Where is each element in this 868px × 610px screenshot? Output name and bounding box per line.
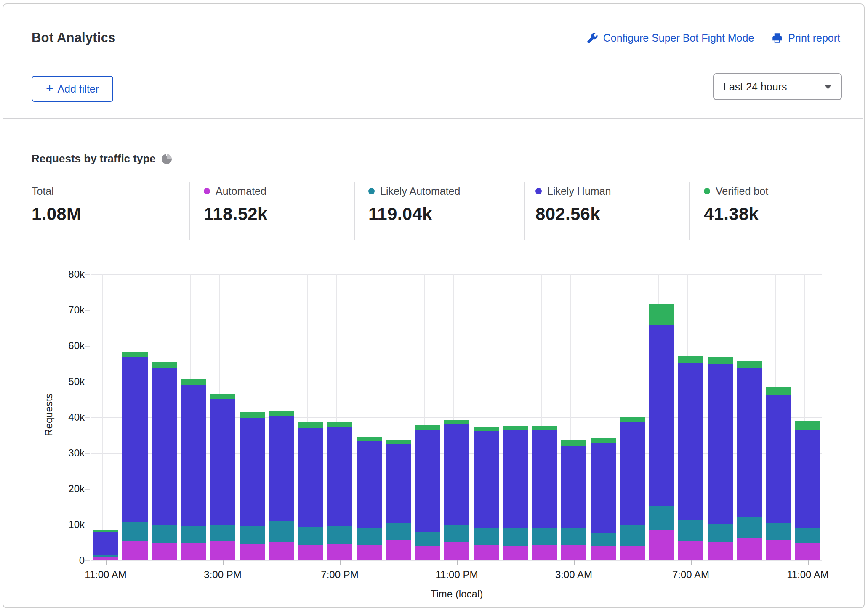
bar-segment-likely-human [386, 444, 411, 523]
y-axis-label: 80k [47, 268, 85, 280]
bar-stack[interactable] [766, 387, 791, 560]
bar-stack[interactable] [181, 379, 206, 560]
bar-segment-likely-automated [240, 526, 265, 544]
bar-stack[interactable] [386, 440, 411, 560]
bar-stack[interactable] [240, 412, 265, 560]
bar-stack[interactable] [795, 421, 820, 560]
bar-segment-likely-automated [649, 506, 674, 530]
bar-segment-likely-human [561, 446, 586, 528]
bar-stack[interactable] [678, 356, 703, 560]
configure-sbfm-label: Configure Super Bot Fight Mode [603, 32, 754, 44]
bar-stack[interactable] [152, 362, 177, 560]
bar-stack[interactable] [415, 425, 440, 560]
bar-stack[interactable] [210, 394, 235, 560]
bar-stack[interactable] [737, 361, 762, 560]
x-axis-label: 11:00 AM [761, 569, 854, 581]
header-divider [3, 118, 863, 119]
bar-segment-verified-bot [678, 356, 703, 363]
bar-segment-automated [122, 541, 148, 560]
bar-stack[interactable] [591, 438, 616, 560]
bar-segment-automated [503, 546, 528, 560]
bar-stack[interactable] [444, 420, 469, 560]
bar-segment-verified-bot [708, 357, 733, 364]
y-tick [85, 417, 90, 418]
time-range-dropdown[interactable]: Last 24 hours [713, 73, 842, 100]
y-tick [85, 274, 90, 275]
bar-stack[interactable] [93, 530, 118, 560]
bar-stack[interactable] [532, 426, 557, 560]
bar-segment-likely-human [591, 443, 616, 533]
bar-segment-likely-human [649, 325, 674, 506]
h-gridline [91, 560, 822, 561]
plus-icon: + [46, 82, 53, 95]
stat-verified-bot: Verified bot 41.38k [704, 185, 768, 224]
bar-segment-verified-bot [269, 411, 294, 416]
bar-segment-likely-automated [532, 528, 557, 545]
y-axis-label: 50k [47, 376, 85, 387]
bar-segment-automated [327, 544, 352, 560]
bar-segment-likely-human [737, 368, 762, 517]
bar-segment-automated [269, 542, 294, 560]
h-gridline [91, 346, 822, 346]
bar-segment-verified-bot [561, 440, 586, 446]
bar-stack[interactable] [649, 304, 674, 560]
x-axis-label: 11:00 PM [410, 569, 503, 581]
bar-segment-verified-bot [620, 417, 645, 422]
bar-segment-likely-automated [737, 517, 762, 537]
print-report-link[interactable]: Print report [772, 32, 840, 44]
bar-segment-likely-automated [503, 528, 528, 546]
bar-segment-likely-human [415, 430, 440, 532]
bar-segment-verified-bot [503, 426, 528, 430]
bar-stack[interactable] [561, 440, 586, 560]
bar-segment-likely-human [620, 422, 645, 525]
bar-stack[interactable] [357, 437, 382, 560]
bar-segment-automated [415, 546, 440, 560]
bar-segment-verified-bot [327, 422, 352, 427]
bar-segment-verified-bot [474, 427, 499, 431]
bar-stack[interactable] [122, 352, 148, 560]
bar-stack[interactable] [474, 427, 499, 560]
stat-value: 118.52k [204, 204, 268, 224]
header-actions: Configure Super Bot Fight Mode Print rep… [587, 32, 840, 44]
y-tick [85, 453, 90, 454]
stat-label: Automated [216, 185, 266, 197]
bar-segment-likely-human [181, 385, 206, 526]
bar-segment-likely-human [474, 431, 499, 528]
bar-segment-verified-bot [298, 422, 323, 428]
bar-segment-likely-automated [591, 533, 616, 546]
bar-stack[interactable] [327, 422, 352, 560]
add-filter-button[interactable]: + Add filter [32, 76, 113, 102]
bar-segment-likely-automated [122, 522, 148, 541]
stat-divider [689, 182, 690, 240]
x-tick [457, 560, 458, 565]
bar-segment-likely-human [210, 399, 235, 525]
stat-automated: Automated 118.52k [204, 185, 268, 224]
bar-segment-automated [444, 542, 469, 560]
bar-segment-likely-automated [152, 525, 177, 543]
bar-stack[interactable] [269, 411, 294, 560]
y-axis-label: 70k [47, 304, 85, 316]
bar-stack[interactable] [708, 357, 733, 560]
bar-stack[interactable] [298, 422, 323, 560]
y-axis-label: 10k [47, 519, 85, 530]
x-tick [808, 560, 809, 565]
bar-segment-likely-human [327, 427, 352, 526]
bar-segment-likely-human [269, 416, 294, 521]
bar-segment-likely-human [444, 424, 469, 525]
bar-segment-likely-automated [766, 523, 791, 540]
bar-segment-automated [474, 545, 499, 560]
bar-segment-verified-bot [122, 352, 148, 357]
bar-segment-likely-automated [298, 527, 323, 545]
y-tick [85, 560, 90, 561]
bar-segment-verified-bot [357, 437, 382, 441]
configure-sbfm-link[interactable]: Configure Super Bot Fight Mode [587, 32, 754, 44]
bar-segment-verified-bot [766, 387, 791, 395]
bar-segment-verified-bot [444, 420, 469, 424]
bar-stack[interactable] [620, 417, 645, 560]
bar-stack[interactable] [503, 426, 528, 560]
bar-segment-automated [561, 545, 586, 560]
y-tick [85, 382, 90, 382]
x-axis-baseline [86, 560, 822, 560]
y-axis-label: 20k [47, 483, 85, 495]
bar-segment-likely-human [93, 532, 118, 555]
